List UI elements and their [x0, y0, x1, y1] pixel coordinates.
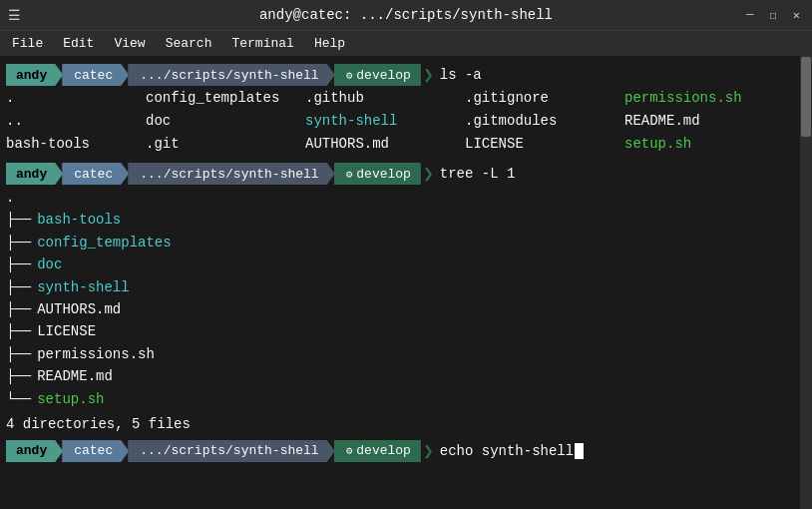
prompt-host-2: catec [62, 163, 129, 185]
ls-item: README.md [624, 111, 794, 132]
tree-item-7: ├── permissions.sh [6, 343, 794, 365]
menu-terminal[interactable]: Terminal [223, 34, 301, 53]
ls-item: .. [6, 111, 146, 132]
tree-branch-icon: ├── [6, 209, 31, 231]
branch-icon-2: ⚙ [346, 168, 353, 181]
prompt-user-3: andy [6, 440, 63, 462]
tree-item-3: ├── doc [6, 254, 794, 275]
menu-help[interactable]: Help [306, 34, 353, 53]
tree-item-6: ├── LICENSE [6, 320, 794, 342]
tree-branch-icon: ├── [6, 320, 31, 342]
tree-item-5: ├── AUTHORS.md [6, 298, 794, 320]
tree-root-dot: . [6, 187, 14, 209]
prompt-user-2: andy [6, 163, 63, 185]
branch-icon-1: ⚙ [346, 69, 353, 82]
titlebar-left: ☰ [8, 7, 21, 24]
tree-summary: 4 directories, 5 files [6, 416, 191, 432]
prompt-user-1: andy [6, 64, 63, 86]
ls-output: . config_templates .github .gitignore pe… [6, 88, 794, 155]
close-button[interactable]: ✕ [789, 6, 804, 25]
tree-output: . ├── bash-tools ├── config_templates ├─… [6, 187, 794, 432]
ls-item: doc [146, 111, 305, 132]
ls-item: .git [146, 134, 305, 155]
maximize-button[interactable]: ☐ [766, 6, 781, 25]
ls-item: .github [305, 88, 465, 109]
ls-item: config_templates [146, 88, 305, 109]
ls-item: .gitmodules [465, 111, 624, 132]
tree-item-9: └── setup.sh [6, 388, 794, 410]
tree-root: . [6, 187, 794, 209]
cursor [575, 443, 584, 459]
prompt-cmd-3: echo synth-shell [440, 443, 584, 459]
menu-edit[interactable]: Edit [55, 34, 102, 53]
titlebar: ☰ andy@catec: .../scripts/synth-shell — … [0, 0, 812, 30]
tree-branch-icon: ├── [6, 276, 31, 298]
prompt-cmd-1: ls -a [440, 67, 482, 83]
terminal[interactable]: andy catec .../scripts/synth-shell ⚙ dev… [0, 56, 812, 509]
scrollbar-thumb[interactable] [801, 57, 811, 137]
terminal-content[interactable]: andy catec .../scripts/synth-shell ⚙ dev… [0, 56, 800, 509]
branch-icon-3: ⚙ [346, 444, 353, 457]
tree-branch-icon: ├── [6, 254, 31, 275]
menu-file[interactable]: File [4, 34, 51, 53]
tree-name: AUTHORS.md [37, 298, 121, 320]
prompt-line-2: andy catec .../scripts/synth-shell ⚙ dev… [6, 163, 794, 185]
branch-name-1: develop [356, 68, 411, 83]
tree-branch-icon: ├── [6, 232, 31, 254]
ls-row-1: . config_templates .github .gitignore pe… [6, 88, 794, 109]
prompt-branch-2: ⚙ develop [334, 163, 421, 185]
tree-name: README.md [37, 365, 113, 387]
ls-item: .gitignore [465, 88, 624, 109]
branch-name-2: develop [356, 167, 411, 182]
prompt-arrow-3: ❯ [423, 440, 434, 462]
tree-name: permissions.sh [37, 343, 155, 365]
prompt-arrow-1: ❯ [423, 64, 434, 86]
tree-branch-icon: ├── [6, 343, 31, 365]
tree-item-4: ├── synth-shell [6, 276, 794, 298]
ls-row-3: bash-tools .git AUTHORS.md LICENSE setup… [6, 134, 794, 155]
prompt-branch-1: ⚙ develop [334, 64, 421, 86]
menubar: File Edit View Search Terminal Help [0, 30, 812, 56]
ls-item: permissions.sh [624, 88, 794, 109]
tree-item-1: ├── bash-tools [6, 209, 794, 231]
tree-item-8: ├── README.md [6, 365, 794, 387]
prompt-path-1: .../scripts/synth-shell [128, 64, 334, 86]
titlebar-title: andy@catec: .../scripts/synth-shell [259, 7, 553, 23]
prompt-line-3: andy catec .../scripts/synth-shell ⚙ dev… [6, 440, 794, 462]
prompt-host-3: catec [62, 440, 129, 462]
tree-name: LICENSE [37, 320, 96, 342]
titlebar-controls[interactable]: — ☐ ✕ [742, 6, 804, 25]
prompt-branch-3: ⚙ develop [334, 440, 421, 462]
tree-name: bash-tools [37, 209, 121, 231]
ls-item: LICENSE [465, 134, 624, 155]
prompt-host-1: catec [62, 64, 129, 86]
prompt-cmd-2: tree -L 1 [440, 166, 516, 182]
tree-name: synth-shell [37, 276, 129, 298]
scrollbar[interactable] [800, 56, 812, 509]
branch-name-3: develop [356, 443, 411, 458]
menu-search[interactable]: Search [158, 34, 220, 53]
ls-item: setup.sh [624, 134, 794, 155]
tree-branch-icon: ├── [6, 365, 31, 387]
tree-branch-icon: ├── [6, 298, 31, 320]
tree-name: config_templates [37, 232, 171, 254]
minimize-button[interactable]: — [742, 6, 757, 24]
tree-branch-icon: └── [6, 388, 31, 410]
hamburger-icon: ☰ [8, 7, 21, 24]
tree-name: doc [37, 254, 62, 275]
tree-name: setup.sh [37, 388, 104, 410]
ls-item: synth-shell [305, 111, 465, 132]
prompt-line-1: andy catec .../scripts/synth-shell ⚙ dev… [6, 64, 794, 86]
ls-item: AUTHORS.md [305, 134, 465, 155]
prompt-path-3: .../scripts/synth-shell [128, 440, 334, 462]
tree-item-2: ├── config_templates [6, 232, 794, 254]
prompt-path-2: .../scripts/synth-shell [128, 163, 334, 185]
prompt-arrow-2: ❯ [423, 163, 434, 185]
ls-item: . [6, 88, 146, 109]
menu-view[interactable]: View [106, 34, 153, 53]
ls-row-2: .. doc synth-shell .gitmodules README.md [6, 111, 794, 132]
ls-item: bash-tools [6, 134, 146, 155]
